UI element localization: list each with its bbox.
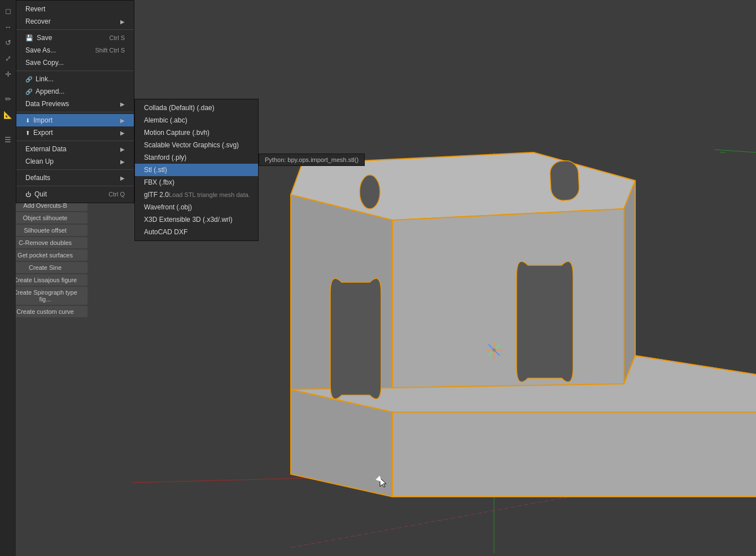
append-icon: 🔗 bbox=[25, 89, 32, 95]
menu-item-clean-up-arrow: ▶ bbox=[120, 159, 125, 165]
svg-rect-20 bbox=[549, 160, 580, 202]
stl-tooltip-text: Python: bpy.ops.import_mesh.stl() bbox=[265, 156, 359, 163]
import-stl[interactable]: Stl (.stl) bbox=[135, 164, 258, 176]
menu-item-external-data[interactable]: External Data ▶ bbox=[16, 143, 134, 155]
menu-item-recover[interactable]: Recover ▶ bbox=[16, 15, 134, 28]
toolbar-icon-scale[interactable]: ⤢ bbox=[2, 52, 14, 64]
menu-item-save-as[interactable]: Save As... Shift Ctrl S bbox=[16, 44, 134, 56]
import-autocad-dxf[interactable]: AutoCAD DXF bbox=[135, 226, 258, 238]
link-icon: 🔗 bbox=[25, 76, 32, 82]
import-submenu: Collada (Default) (.dae) Alembic (.abc) … bbox=[134, 99, 259, 241]
menu-item-quit-shortcut: Ctrl Q bbox=[108, 191, 125, 198]
menu-item-revert[interactable]: Revert bbox=[16, 3, 134, 15]
quit-icon: ⏻ bbox=[25, 191, 31, 198]
left-toolbar: ◻ ↔ ↺ ⤢ ✛ ✏ 📐 ☰ bbox=[0, 0, 16, 556]
menu-item-save[interactable]: 💾 Save Ctrl S bbox=[16, 32, 134, 44]
import-svg[interactable]: Scalable Vector Graphics (.svg) bbox=[135, 139, 258, 151]
import-stanford[interactable]: Stanford (.ply) bbox=[135, 151, 258, 164]
3d-scene bbox=[121, 0, 756, 556]
separator-5 bbox=[16, 169, 134, 170]
toolbar-icon-cursor[interactable]: ◻ bbox=[2, 5, 14, 17]
separator-2 bbox=[16, 71, 134, 71]
toolbar-icon-extra[interactable]: ☰ bbox=[2, 133, 14, 146]
import-fbx-label: FBX (.fbx) bbox=[144, 178, 174, 186]
menu-item-clean-up[interactable]: Clean Up ▶ bbox=[16, 155, 134, 168]
import-wavefront[interactable]: Wavefront (.obj) bbox=[135, 201, 258, 213]
menu-item-external-data-arrow: ▶ bbox=[120, 146, 125, 152]
menu-item-link-label: Link... bbox=[36, 75, 54, 83]
menu-item-quit[interactable]: ⏻ Quit Ctrl Q bbox=[16, 188, 134, 200]
import-wavefront-label: Wavefront (.obj) bbox=[144, 203, 192, 211]
menu-item-import-arrow: ▶ bbox=[120, 117, 125, 124]
menu-item-quit-label: Quit bbox=[34, 190, 47, 198]
menu-item-recover-label: Recover bbox=[25, 17, 51, 25]
import-stl-label: Stl (.stl) bbox=[144, 166, 167, 174]
import-gltf-label: glTF 2.0 bbox=[144, 191, 169, 199]
menu-item-export[interactable]: ⬆ Export ▶ bbox=[16, 126, 134, 139]
menu-item-save-as-shortcut: Shift Ctrl S bbox=[95, 47, 125, 54]
import-collada-label: Collada (Default) (.dae) bbox=[144, 104, 215, 112]
import-motion-capture[interactable]: Motion Capture (.bvh) bbox=[135, 126, 258, 139]
menu-item-defaults-arrow: ▶ bbox=[120, 175, 125, 181]
file-menu: Revert Recover ▶ 💾 Save Ctrl S Save As..… bbox=[16, 0, 134, 203]
svg-marker-13 bbox=[624, 181, 635, 384]
menu-item-revert-label: Revert bbox=[25, 5, 45, 13]
import-fbx[interactable]: FBX (.fbx) bbox=[135, 176, 258, 189]
menu-item-save-copy[interactable]: Save Copy... bbox=[16, 56, 134, 69]
menu-item-defaults-label: Defaults bbox=[25, 174, 50, 182]
toolbar-icon-annotate[interactable]: ✏ bbox=[2, 93, 14, 105]
svg-point-25 bbox=[492, 348, 496, 352]
menu-item-data-previews-arrow: ▶ bbox=[120, 101, 125, 107]
menu-item-export-label: Export bbox=[33, 129, 53, 137]
import-collada[interactable]: Collada (Default) (.dae) bbox=[135, 102, 258, 114]
menu-item-clean-up-label: Clean Up bbox=[25, 157, 54, 165]
separator-1 bbox=[16, 29, 134, 30]
import-svg-label: Scalable Vector Graphics (.svg) bbox=[144, 141, 239, 149]
stl-python-tooltip: Python: bpy.ops.import_mesh.stl() bbox=[259, 154, 365, 166]
separator-6 bbox=[16, 186, 134, 186]
import-icon: ⬇ bbox=[25, 117, 30, 124]
svg-point-18 bbox=[360, 175, 380, 209]
save-icon: 💾 bbox=[25, 34, 33, 42]
separator-4 bbox=[16, 141, 134, 141]
menu-item-external-data-label: External Data bbox=[25, 145, 67, 153]
export-icon: ⬆ bbox=[25, 130, 30, 136]
import-motion-capture-label: Motion Capture (.bvh) bbox=[144, 129, 209, 137]
toolbar-icon-measure[interactable]: 📐 bbox=[2, 108, 14, 121]
menu-item-save-as-label: Save As... bbox=[25, 46, 56, 54]
import-gltf-desc: Load STL triangle mesh data. bbox=[169, 191, 250, 198]
toolbar-icon-rotate[interactable]: ↺ bbox=[2, 36, 14, 49]
import-alembic[interactable]: Alembic (.abc) bbox=[135, 114, 258, 126]
menu-item-save-label: Save bbox=[37, 34, 52, 42]
menu-item-data-previews-label: Data Previews bbox=[25, 100, 69, 108]
menu-item-recover-arrow: ▶ bbox=[120, 19, 125, 25]
import-autocad-dxf-label: AutoCAD DXF bbox=[144, 228, 187, 236]
menu-item-data-previews[interactable]: Data Previews ▶ bbox=[16, 98, 134, 110]
import-gltf[interactable]: glTF 2.0 Load STL triangle mesh data. bbox=[135, 189, 258, 201]
menu-item-link[interactable]: 🔗 Link... bbox=[16, 73, 134, 85]
svg-marker-12 bbox=[392, 209, 624, 412]
menu-item-import-label: Import bbox=[33, 116, 53, 124]
import-alembic-label: Alembic (.abc) bbox=[144, 116, 187, 124]
menu-item-append[interactable]: 🔗 Append... bbox=[16, 85, 134, 98]
menu-item-import[interactable]: ⬇ Import ▶ bbox=[16, 114, 134, 126]
menu-item-defaults[interactable]: Defaults ▶ bbox=[16, 172, 134, 184]
import-x3d-label: X3D Extensible 3D (.x3d/.wrl) bbox=[144, 216, 233, 224]
menu-item-save-copy-label: Save Copy... bbox=[25, 59, 64, 67]
menu-item-append-label: Append... bbox=[36, 87, 64, 95]
import-stanford-label: Stanford (.ply) bbox=[144, 154, 186, 161]
import-x3d[interactable]: X3D Extensible 3D (.x3d/.wrl) bbox=[135, 213, 258, 226]
toolbar-icon-move[interactable]: ↔ bbox=[2, 20, 14, 33]
separator-3 bbox=[16, 112, 134, 112]
menu-item-save-shortcut: Ctrl S bbox=[110, 34, 125, 41]
menu-item-export-arrow: ▶ bbox=[120, 130, 125, 136]
toolbar-icon-transform[interactable]: ✛ bbox=[2, 68, 14, 80]
